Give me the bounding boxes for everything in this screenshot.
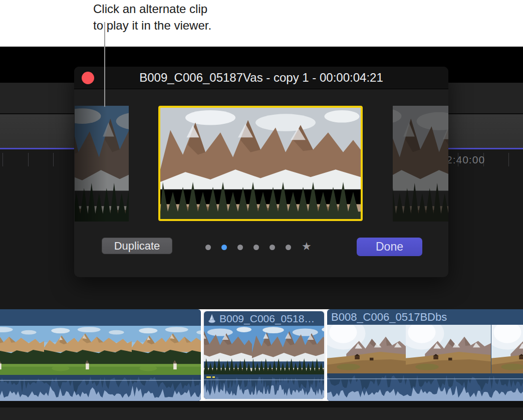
finalize-star-icon[interactable]: ★	[302, 241, 312, 252]
alternate-shade	[75, 106, 129, 222]
timeline-clip-valley[interactable]	[0, 309, 201, 401]
callout-pointer-line	[104, 22, 105, 107]
filmstrip-frame	[406, 325, 491, 373]
done-button-label: Done	[376, 240, 403, 254]
timeline-lane-gap	[0, 401, 523, 407]
timeline-clip-b008[interactable]: B008_C006_0517BDbs	[327, 309, 523, 401]
audio-waveform	[204, 374, 324, 399]
filmstrip-frame	[204, 326, 252, 374]
duplicate-button-label: Duplicate	[114, 240, 160, 253]
audio-waveform	[0, 375, 201, 401]
filmstrip	[204, 326, 324, 374]
audition-record-dot-icon	[82, 72, 94, 84]
callout-text-line1: Click an alternate clip	[93, 1, 211, 17]
clip-header	[0, 309, 201, 325]
filmstrip	[0, 326, 201, 375]
filmstrip-frame	[491, 325, 523, 373]
clip-name: B008_C006_0517BDbs	[331, 311, 447, 324]
audio-waveform	[327, 373, 523, 401]
filmstrip-frame	[252, 326, 324, 374]
selected-pick-clip[interactable]	[158, 106, 363, 221]
timeline-lower-area	[0, 407, 523, 420]
filmstrip-frame	[327, 325, 406, 373]
filmstrip-frame	[0, 326, 44, 375]
timecode-label: 2:40:00	[446, 154, 485, 166]
audition-titlebar[interactable]: B009_C006_05187Vas - copy 1 - 00:00:04:2…	[74, 67, 448, 89]
ruler-tick	[3, 153, 3, 166]
pager-dot-active[interactable]	[221, 245, 227, 250]
timeline-clip-selected-audition[interactable]: B009_C006_0518…	[202, 310, 326, 400]
keyword-marker	[206, 376, 211, 378]
ruler-tick	[508, 153, 509, 166]
clip-name: B009_C006_0518…	[219, 313, 315, 325]
callout-text-line2: to play it in the viewer.	[93, 17, 211, 34]
filmstrip-frame	[132, 326, 201, 375]
final-cut-pro-window: 2:40:00 Click an alternate clip to play …	[0, 0, 523, 420]
clip-header: B008_C006_0517BDbs	[327, 309, 523, 325]
done-button[interactable]: Done	[357, 238, 422, 256]
keyword-marker	[212, 376, 215, 378]
duplicate-button[interactable]: Duplicate	[102, 238, 172, 254]
alternate-clip-right[interactable]	[393, 106, 448, 222]
pager-dot[interactable]	[286, 245, 291, 250]
callout-text: Click an alternate clip to play it in th…	[93, 1, 211, 34]
clip-header: B009_C006_0518…	[204, 311, 324, 326]
filmstrip-frame	[44, 326, 132, 375]
ruler-tick	[28, 153, 29, 166]
ruler-tick	[53, 153, 54, 166]
audition-title: B009_C006_05187Vas - copy 1 - 00:00:04:2…	[139, 71, 383, 85]
audition-pager-dots: ★	[205, 241, 316, 253]
audition-spotlight-icon	[208, 314, 216, 323]
filmstrip	[327, 325, 523, 373]
pager-dot[interactable]	[270, 245, 275, 250]
pager-dot[interactable]	[253, 245, 259, 250]
alternate-clip-left[interactable]	[75, 106, 129, 222]
audition-window: B009_C006_05187Vas - copy 1 - 00:00:04:2…	[74, 67, 448, 277]
pager-dot[interactable]	[205, 245, 211, 250]
pager-dot[interactable]	[237, 245, 243, 250]
